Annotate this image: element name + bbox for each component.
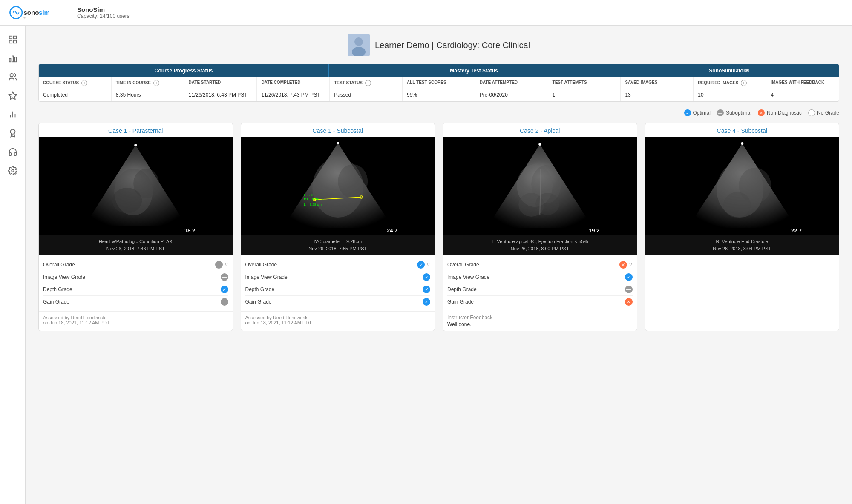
suboptimal-icon: —: [717, 109, 724, 116]
grade-icons-depth-1: ✓: [221, 286, 228, 293]
grade-row-overall-3: Overall Grade ✕ ∨: [447, 259, 633, 271]
sonosim-logo: sono sim ®: [9, 4, 55, 21]
sidebar-item-skills[interactable]: [5, 88, 20, 103]
card-4-image[interactable]: 22.7: [645, 137, 839, 235]
card-1-grades: Overall Grade — ∨ Image View Grade — D: [39, 255, 233, 311]
card-4-caption-line2: Nov 26, 2018, 8:04 PM PST: [648, 245, 837, 252]
sidebar-item-reports[interactable]: [5, 107, 20, 122]
grade-row-depth-2: Depth Grade ✓: [245, 284, 431, 296]
chevron-overall-3[interactable]: ∨: [629, 262, 633, 268]
sidebar-item-settings[interactable]: [5, 163, 20, 178]
card-2-caption-line2: Nov 26, 2018, 7:55 PM PST: [244, 245, 432, 252]
card-4-caption: R. Ventricle End-Diastole Nov 26, 2018, …: [645, 235, 839, 255]
sidebar-item-certifications[interactable]: [5, 126, 20, 141]
course-cols: COURSE STATUS i TIME IN COURSE i DATE ST…: [39, 77, 330, 89]
sidebar-item-analytics[interactable]: [5, 51, 20, 66]
overall-grade-icon-3: ✕: [619, 261, 627, 269]
header-divider: [66, 5, 66, 20]
app-layout: Learner Demo | Cardiology: Core Clinical…: [0, 26, 852, 504]
chevron-overall-2[interactable]: ∨: [426, 262, 430, 268]
status-data-row: Completed 8.35 Hours 11/26/2018, 6:43 PM…: [39, 89, 839, 101]
card-1-caption-line2: Nov 26, 2018, 7:46 PM PST: [41, 245, 230, 252]
grade-label-imageview-2: Image View Grade: [245, 274, 288, 280]
svg-text:22.7: 22.7: [791, 227, 801, 234]
course-status-info[interactable]: i: [81, 80, 87, 86]
card-1-image[interactable]: 18.2: [39, 137, 233, 235]
time-in-course-info[interactable]: i: [153, 80, 159, 86]
svg-text:sim: sim: [39, 9, 50, 16]
grade-row-overall-1: Overall Grade — ∨: [43, 259, 228, 271]
imageview-grade-icon-2: ✓: [423, 273, 430, 281]
card-2-caption: IVC diameter = 9.28cm Nov 26, 2018, 7:55…: [241, 235, 435, 255]
legend-nograde: No Grade: [808, 109, 839, 116]
val-test-attempts: 1: [548, 89, 621, 101]
legend-nograde-label: No Grade: [817, 110, 839, 116]
feedback-label-3: Instructor Feedback: [447, 315, 633, 321]
nondiagnostic-icon: ✕: [758, 109, 765, 116]
grade-label-imageview-1: Image View Grade: [43, 274, 85, 280]
status-table-header: Course Progress Status Mastery Test Stat…: [39, 64, 839, 77]
feedback-text-3: Well done.: [447, 321, 633, 327]
svg-point-16: [12, 169, 14, 172]
required-images-info[interactable]: i: [741, 80, 747, 86]
sonosimulator-data: 13 10 4: [621, 89, 839, 101]
mastery-cols: TEST STATUS i ALL TEST SCORES DATE ATTEM…: [330, 77, 621, 89]
app-name: SonoSim: [77, 6, 130, 13]
depth-grade-icon-2: ✓: [423, 286, 430, 293]
card-3-image[interactable]: 19.2: [443, 137, 637, 235]
val-course-status: Completed: [39, 89, 112, 101]
card-2-caption-line1: IVC diameter = 9.28cm: [244, 238, 432, 245]
grade-label-overall-3: Overall Grade: [447, 262, 479, 268]
card-3-feedback: Instructor Feedback Well done.: [443, 311, 637, 331]
val-test-status: Passed: [330, 89, 403, 101]
legend-optimal: ✓ Optimal: [684, 109, 711, 116]
capacity-label: Capacity: 24/100 users: [77, 13, 130, 19]
grade-row-imageview-2: Image View Grade ✓: [245, 271, 431, 284]
header-info: SonoSim Capacity: 24/100 users: [77, 6, 130, 19]
sidebar-item-users[interactable]: [5, 69, 20, 85]
col-required-images: REQUIRED IMAGES i: [694, 77, 766, 89]
nograde-icon: [808, 109, 815, 116]
grade-icons-depth-3: —: [625, 286, 633, 293]
grade-label-overall-2: Overall Grade: [245, 262, 277, 268]
chevron-overall-1[interactable]: ∨: [225, 262, 228, 268]
svg-point-26: [134, 144, 137, 146]
case-card-4: Case 4 - Subcostal: [645, 123, 840, 331]
optimal-icon: ✓: [684, 109, 691, 116]
card-2-image[interactable]: Length D1 = 9.28 cm L = 9.28 cm 24.7: [241, 137, 435, 235]
gain-grade-icon-3: ✕: [625, 298, 633, 306]
svg-text:D1 = 9.28 cm: D1 = 9.28 cm: [304, 198, 324, 201]
val-required-images: 10: [694, 89, 766, 101]
card-1-title: Case 1 - Parasternal: [39, 123, 233, 137]
grade-icons-overall-3: ✕ ∨: [619, 261, 633, 269]
test-status-info[interactable]: i: [365, 80, 371, 86]
svg-text:®: ®: [23, 16, 26, 19]
col-date-attempted: DATE ATTEMPTED: [475, 77, 548, 89]
gain-grade-icon-1: —: [221, 298, 228, 306]
card-3-caption: L. Ventricle apical 4C; Ejection Fractio…: [443, 235, 637, 255]
card-4-caption-line1: R. Ventricle End-Diastole: [648, 238, 837, 245]
grade-row-gain-2: Gain Grade ✓: [245, 296, 431, 308]
learner-name: Learner Demo | Cardiology: Core Clinical: [375, 40, 530, 50]
svg-text:19.2: 19.2: [589, 227, 599, 234]
status-col-labels: COURSE STATUS i TIME IN COURSE i DATE ST…: [39, 77, 839, 89]
grade-icons-imageview-2: ✓: [423, 273, 430, 281]
sidebar-item-dashboard[interactable]: [5, 32, 20, 47]
depth-grade-icon-3: —: [625, 286, 633, 293]
grade-row-overall-2: Overall Grade ✓ ∨: [245, 259, 431, 271]
card-1-footer: Assessed by Reed Hondzinski on Jun 18, 2…: [39, 311, 233, 329]
sidebar-item-headset[interactable]: [5, 144, 20, 160]
grade-row-gain-3: Gain Grade ✕: [447, 296, 633, 308]
sonosimulator-cols: SAVED IMAGES REQUIRED IMAGES i IMAGES WI…: [621, 77, 839, 89]
grade-label-imageview-3: Image View Grade: [447, 274, 489, 280]
card-1-caption-line1: Heart w/Pathologic Condition PLAX: [41, 238, 230, 245]
card-3-title: Case 2 - Apical: [443, 123, 637, 137]
grade-label-depth-1: Depth Grade: [43, 286, 72, 292]
val-date-completed: 11/26/2018, 7:43 PM PST: [257, 89, 329, 101]
svg-rect-10: [14, 57, 16, 62]
val-all-test-scores: 95%: [403, 89, 475, 101]
learner-header: Learner Demo | Cardiology: Core Clinical: [38, 34, 839, 56]
grade-label-gain-3: Gain Grade: [447, 299, 474, 305]
col-test-attempts: TEST ATTEMPTS: [548, 77, 621, 89]
svg-text:Length: Length: [304, 193, 314, 197]
